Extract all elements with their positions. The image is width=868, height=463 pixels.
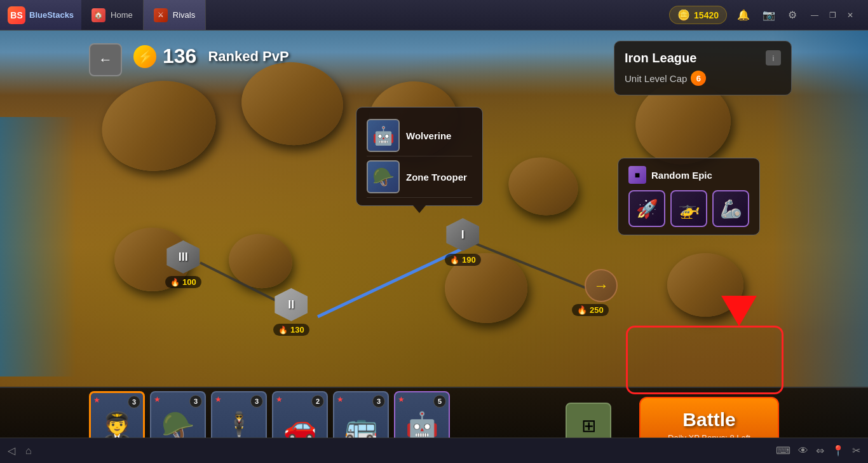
node-ii-cost: 🔥 130 bbox=[273, 324, 309, 336]
water-left bbox=[0, 117, 76, 377]
card-6-icon: 🤖 bbox=[405, 410, 438, 441]
node-iii-cost: 🔥 100 bbox=[165, 276, 201, 288]
reward-card-3[interactable]: 🦾 bbox=[712, 190, 749, 227]
cost-icon-1: 🔥 bbox=[170, 278, 180, 287]
os-taskbar-right: ⌨ 👁 ⇔ 📍 ✂ bbox=[776, 445, 860, 457]
cut-icon[interactable]: ✂ bbox=[852, 445, 860, 457]
home-tab-icon: 🏠 bbox=[92, 8, 105, 22]
card-2-icon: 🪖 bbox=[161, 410, 194, 441]
wolverine-name: Wolverine bbox=[406, 130, 451, 141]
os-back-icon[interactable]: ◁ bbox=[8, 445, 15, 457]
hex-node-i: I bbox=[446, 218, 479, 251]
wolverine-img: 🤖 bbox=[367, 119, 400, 152]
resize-icon[interactable]: ⇔ bbox=[816, 445, 824, 457]
iron-league-panel: Iron League i Unit Level Cap 6 bbox=[614, 41, 792, 95]
cost-icon-arrow: 🔥 bbox=[577, 305, 587, 315]
cost-icon-2: 🔥 bbox=[278, 326, 288, 335]
reward-panel: ■ Random Epic 🚀 🚁 🦾 bbox=[618, 158, 760, 235]
close-btn[interactable]: ✕ bbox=[843, 9, 858, 22]
card-level-2: 3 bbox=[189, 395, 202, 408]
card-level-3: 3 bbox=[250, 395, 263, 408]
card-4-icon: 🚗 bbox=[283, 410, 316, 441]
rivals-tab-label: Rivals bbox=[173, 10, 195, 20]
back-arrow-icon: ← bbox=[98, 52, 112, 68]
info-button[interactable]: i bbox=[766, 50, 781, 66]
rivals-tab-icon: ⚔ bbox=[154, 8, 168, 22]
notification-icon[interactable]: 🔔 bbox=[735, 6, 752, 24]
tooltip-row-wolverine: 🤖 Wolverine bbox=[367, 115, 472, 156]
location-icon[interactable]: 📍 bbox=[832, 445, 844, 457]
restore-btn[interactable]: ❐ bbox=[825, 9, 840, 22]
score-icon: ⚡ bbox=[133, 45, 156, 68]
card-star-3: ★ bbox=[215, 395, 222, 404]
bs-logo-text: BlueStacks bbox=[29, 10, 74, 20]
score-number: 136 bbox=[163, 45, 196, 68]
tab-home[interactable]: 🏠 Home bbox=[81, 0, 144, 30]
ranked-pvp-label: Ranked PvP bbox=[208, 48, 288, 65]
hex-node-ii: II bbox=[275, 288, 308, 321]
window-controls: — ❐ ✕ bbox=[807, 9, 858, 22]
hero-unit-icon: 🧑‍✈️ bbox=[100, 410, 133, 441]
reward-card-1[interactable]: 🚀 bbox=[628, 190, 665, 227]
card-level-6: 5 bbox=[433, 395, 446, 408]
arrow-node-cost: 🔥 250 bbox=[572, 304, 609, 316]
eye-icon[interactable]: 👁 bbox=[798, 445, 808, 457]
card-star-4: ★ bbox=[276, 395, 283, 404]
node-i-cost: 🔥 190 bbox=[445, 254, 481, 266]
home-tab-label: Home bbox=[111, 10, 133, 20]
reward-card-2[interactable]: 🚁 bbox=[670, 190, 707, 227]
iron-league-header: Iron League i bbox=[625, 50, 781, 66]
node-iii[interactable]: III 🔥 100 bbox=[165, 240, 201, 288]
hex-node-iii: III bbox=[166, 240, 200, 273]
keyboard-icon[interactable]: ⌨ bbox=[776, 445, 790, 457]
card-star-2: ★ bbox=[154, 395, 161, 404]
coin-display: 🪙 15420 bbox=[669, 6, 727, 24]
settings-icon[interactable]: ⚙ bbox=[785, 6, 799, 24]
bluestacks-logo[interactable]: BS BlueStacks bbox=[0, 0, 81, 30]
deck-icon: ⊞ bbox=[581, 415, 596, 436]
tooltip-row-zone-trooper: 🪖 Zone Trooper bbox=[367, 156, 472, 198]
os-taskbar: ◁ ⌂ ⌨ 👁 ⇔ 📍 ✂ bbox=[0, 438, 868, 463]
iron-league-subtitle: Unit Level Cap 6 bbox=[625, 71, 781, 86]
taskbar-right: 🪙 15420 🔔 📷 ⚙ — ❐ ✕ bbox=[669, 6, 868, 24]
reward-cards: 🚀 🚁 🦾 bbox=[628, 190, 749, 227]
card-level-5: 3 bbox=[372, 395, 385, 408]
reward-title: Random Epic bbox=[651, 170, 712, 181]
iron-league-title: Iron League bbox=[625, 51, 696, 66]
coin-amount: 15420 bbox=[694, 10, 719, 20]
card-star-6: ★ bbox=[398, 395, 405, 404]
card-level-4: 2 bbox=[311, 395, 324, 408]
zone-trooper-img: 🪖 bbox=[367, 160, 400, 193]
tooltip-arrow bbox=[413, 205, 426, 213]
arrow-node[interactable]: → bbox=[585, 269, 618, 302]
tab-rivals[interactable]: ⚔ Rivals bbox=[144, 0, 206, 30]
taskbar: BS BlueStacks 🏠 Home ⚔ Rivals 🪙 15420 🔔 … bbox=[0, 0, 868, 31]
minimize-btn[interactable]: — bbox=[807, 9, 822, 22]
zone-trooper-name: Zone Trooper bbox=[406, 172, 467, 183]
reward-header: ■ Random Epic bbox=[628, 166, 749, 184]
coin-icon: 🪙 bbox=[677, 9, 690, 21]
node-ii[interactable]: II 🔥 130 bbox=[273, 288, 309, 336]
back-button[interactable]: ← bbox=[89, 43, 122, 76]
os-home-icon[interactable]: ⌂ bbox=[25, 445, 32, 457]
unit-tooltip: 🤖 Wolverine 🪖 Zone Trooper bbox=[356, 107, 483, 206]
card-star-5: ★ bbox=[337, 395, 344, 404]
battle-label: Battle bbox=[682, 409, 735, 431]
bs-logo-icon: BS bbox=[8, 6, 25, 24]
level-cap-badge: 6 bbox=[691, 71, 706, 86]
score-display: ⚡ 136 Ranked PvP bbox=[133, 45, 289, 68]
card-5-icon: 🚌 bbox=[344, 410, 377, 441]
cost-icon-3: 🔥 bbox=[450, 256, 459, 265]
card-star-1: ★ bbox=[93, 396, 100, 404]
info-icon: i bbox=[773, 53, 775, 63]
game-area: III 🔥 100 II 🔥 130 I 🔥 190 → 🔥 250 🤖 Wol… bbox=[0, 31, 868, 463]
card-level-1: 3 bbox=[128, 396, 140, 408]
epic-icon: ■ bbox=[628, 166, 646, 184]
card-3-icon: 🕴️ bbox=[222, 410, 255, 441]
camera-icon[interactable]: 📷 bbox=[760, 6, 778, 24]
os-taskbar-left: ◁ ⌂ bbox=[8, 445, 32, 457]
terrain-rock-9 bbox=[667, 253, 743, 317]
node-i[interactable]: I 🔥 190 bbox=[445, 218, 481, 266]
